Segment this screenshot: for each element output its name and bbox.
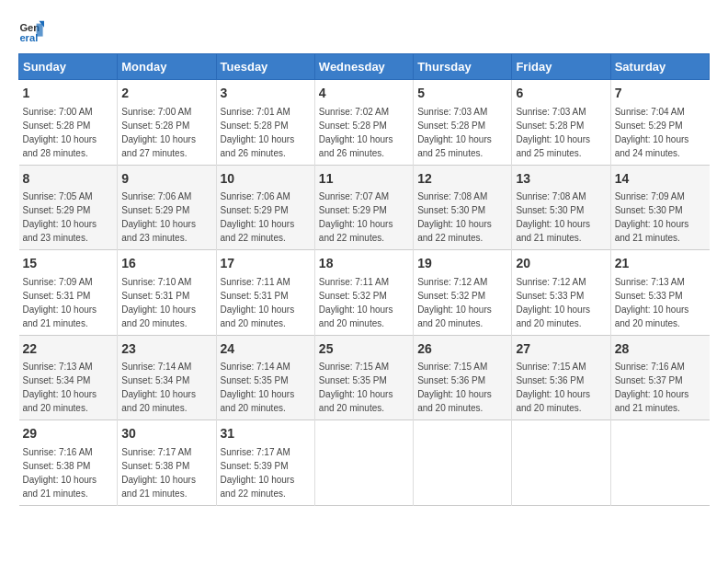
- calendar-cell: 6Sunrise: 7:03 AMSunset: 5:28 PMDaylight…: [512, 80, 610, 166]
- calendar-cell: 2Sunrise: 7:00 AMSunset: 5:28 PMDaylight…: [118, 80, 216, 166]
- day-number: 7: [615, 85, 706, 103]
- svg-text:eral: eral: [19, 32, 38, 43]
- week-row-5: 29Sunrise: 7:16 AMSunset: 5:38 PMDayligh…: [19, 420, 710, 506]
- calendar-cell: 24Sunrise: 7:14 AMSunset: 5:35 PMDayligh…: [216, 335, 314, 420]
- day-info: Sunrise: 7:00 AMSunset: 5:28 PMDaylight:…: [121, 107, 196, 158]
- calendar-cell: 14Sunrise: 7:09 AMSunset: 5:30 PMDayligh…: [610, 165, 709, 250]
- day-info: Sunrise: 7:06 AMSunset: 5:29 PMDaylight:…: [121, 191, 196, 243]
- day-info: Sunrise: 7:13 AMSunset: 5:33 PMDaylight:…: [615, 277, 689, 328]
- day-info: Sunrise: 7:16 AMSunset: 5:37 PMDaylight:…: [615, 362, 689, 413]
- day-info: Sunrise: 7:11 AMSunset: 5:32 PMDaylight:…: [319, 277, 393, 328]
- week-row-2: 8Sunrise: 7:05 AMSunset: 5:29 PMDaylight…: [19, 165, 710, 250]
- day-info: Sunrise: 7:04 AMSunset: 5:29 PMDaylight:…: [615, 107, 689, 158]
- logo: Gen eral: [18, 18, 48, 44]
- calendar-cell: 25Sunrise: 7:15 AMSunset: 5:35 PMDayligh…: [314, 335, 413, 420]
- day-number: 4: [319, 85, 409, 103]
- day-number: 12: [417, 170, 507, 189]
- day-info: Sunrise: 7:02 AMSunset: 5:28 PMDaylight:…: [319, 107, 393, 158]
- day-number: 26: [417, 340, 507, 359]
- day-number: 18: [319, 255, 409, 273]
- day-info: Sunrise: 7:01 AMSunset: 5:28 PMDaylight:…: [221, 107, 295, 158]
- calendar-cell: 9Sunrise: 7:06 AMSunset: 5:29 PMDaylight…: [118, 165, 216, 250]
- day-info: Sunrise: 7:08 AMSunset: 5:30 PMDaylight:…: [516, 191, 590, 243]
- column-header-sunday: Sunday: [19, 54, 118, 80]
- day-number: 23: [121, 340, 211, 359]
- day-number: 5: [417, 85, 507, 103]
- day-number: 19: [417, 255, 507, 273]
- day-info: Sunrise: 7:06 AMSunset: 5:29 PMDaylight:…: [221, 191, 295, 243]
- calendar-cell: 13Sunrise: 7:08 AMSunset: 5:30 PMDayligh…: [512, 165, 610, 250]
- day-number: 15: [23, 255, 114, 273]
- calendar-cell: 31Sunrise: 7:17 AMSunset: 5:39 PMDayligh…: [216, 420, 314, 506]
- calendar-cell: 3Sunrise: 7:01 AMSunset: 5:28 PMDaylight…: [216, 80, 314, 166]
- day-info: Sunrise: 7:15 AMSunset: 5:35 PMDaylight:…: [319, 362, 393, 413]
- day-info: Sunrise: 7:14 AMSunset: 5:34 PMDaylight:…: [121, 362, 196, 413]
- day-number: 28: [615, 340, 706, 359]
- column-header-tuesday: Tuesday: [216, 54, 314, 80]
- column-header-thursday: Thursday: [414, 54, 512, 80]
- svg-marker-2: [37, 24, 43, 37]
- day-number: 17: [221, 255, 311, 273]
- day-number: 1: [23, 85, 114, 103]
- page-header: Gen eral: [18, 18, 710, 44]
- calendar-cell: 16Sunrise: 7:10 AMSunset: 5:31 PMDayligh…: [118, 250, 216, 336]
- calendar-cell: 26Sunrise: 7:15 AMSunset: 5:36 PMDayligh…: [414, 335, 512, 420]
- day-number: 21: [615, 255, 706, 273]
- calendar-cell: 11Sunrise: 7:07 AMSunset: 5:29 PMDayligh…: [314, 165, 413, 250]
- day-number: 31: [221, 425, 311, 443]
- day-number: 8: [23, 170, 114, 189]
- day-info: Sunrise: 7:12 AMSunset: 5:32 PMDaylight:…: [417, 277, 492, 328]
- calendar-cell: 10Sunrise: 7:06 AMSunset: 5:29 PMDayligh…: [216, 165, 314, 250]
- calendar-cell: [512, 420, 610, 506]
- day-number: 22: [23, 340, 114, 359]
- calendar-cell: 7Sunrise: 7:04 AMSunset: 5:29 PMDaylight…: [610, 80, 709, 166]
- day-number: 3: [221, 85, 311, 103]
- day-info: Sunrise: 7:07 AMSunset: 5:29 PMDaylight:…: [319, 191, 393, 243]
- calendar-cell: 22Sunrise: 7:13 AMSunset: 5:34 PMDayligh…: [19, 335, 118, 420]
- day-info: Sunrise: 7:11 AMSunset: 5:31 PMDaylight:…: [221, 277, 295, 328]
- calendar-cell: 30Sunrise: 7:17 AMSunset: 5:38 PMDayligh…: [118, 420, 216, 506]
- calendar-cell: 1Sunrise: 7:00 AMSunset: 5:28 PMDaylight…: [19, 80, 118, 166]
- calendar-cell: 8Sunrise: 7:05 AMSunset: 5:29 PMDaylight…: [19, 165, 118, 250]
- day-number: 9: [121, 170, 211, 189]
- day-number: 25: [319, 340, 409, 359]
- calendar-cell: 18Sunrise: 7:11 AMSunset: 5:32 PMDayligh…: [314, 250, 413, 336]
- calendar-table: SundayMondayTuesdayWednesdayThursdayFrid…: [18, 53, 710, 506]
- day-number: 27: [516, 340, 606, 359]
- day-info: Sunrise: 7:10 AMSunset: 5:31 PMDaylight:…: [121, 277, 196, 328]
- day-info: Sunrise: 7:03 AMSunset: 5:28 PMDaylight:…: [417, 107, 492, 158]
- day-number: 16: [121, 255, 211, 273]
- day-info: Sunrise: 7:17 AMSunset: 5:39 PMDaylight:…: [221, 447, 295, 499]
- day-info: Sunrise: 7:13 AMSunset: 5:34 PMDaylight:…: [23, 362, 97, 413]
- calendar-cell: 27Sunrise: 7:15 AMSunset: 5:36 PMDayligh…: [512, 335, 610, 420]
- calendar-cell: 21Sunrise: 7:13 AMSunset: 5:33 PMDayligh…: [610, 250, 709, 336]
- day-number: 6: [516, 85, 606, 103]
- day-number: 20: [516, 255, 606, 273]
- week-row-3: 15Sunrise: 7:09 AMSunset: 5:31 PMDayligh…: [19, 250, 710, 336]
- day-info: Sunrise: 7:15 AMSunset: 5:36 PMDaylight:…: [516, 362, 590, 413]
- day-number: 11: [319, 170, 409, 189]
- week-row-1: 1Sunrise: 7:00 AMSunset: 5:28 PMDaylight…: [19, 80, 710, 166]
- calendar-cell: 5Sunrise: 7:03 AMSunset: 5:28 PMDaylight…: [414, 80, 512, 166]
- day-number: 29: [23, 425, 114, 443]
- column-header-friday: Friday: [512, 54, 610, 80]
- day-number: 10: [221, 170, 311, 189]
- day-info: Sunrise: 7:03 AMSunset: 5:28 PMDaylight:…: [516, 107, 590, 158]
- column-header-wednesday: Wednesday: [314, 54, 413, 80]
- day-info: Sunrise: 7:05 AMSunset: 5:29 PMDaylight:…: [23, 191, 97, 243]
- day-number: 2: [121, 85, 211, 103]
- week-row-4: 22Sunrise: 7:13 AMSunset: 5:34 PMDayligh…: [19, 335, 710, 420]
- calendar-cell: 29Sunrise: 7:16 AMSunset: 5:38 PMDayligh…: [19, 420, 118, 506]
- day-info: Sunrise: 7:15 AMSunset: 5:36 PMDaylight:…: [417, 362, 492, 413]
- logo-icon: Gen eral: [18, 18, 44, 44]
- day-info: Sunrise: 7:17 AMSunset: 5:38 PMDaylight:…: [121, 447, 196, 499]
- day-number: 13: [516, 170, 606, 189]
- day-number: 30: [121, 425, 211, 443]
- calendar-cell: 19Sunrise: 7:12 AMSunset: 5:32 PMDayligh…: [414, 250, 512, 336]
- calendar-cell: 12Sunrise: 7:08 AMSunset: 5:30 PMDayligh…: [414, 165, 512, 250]
- column-header-saturday: Saturday: [610, 54, 709, 80]
- calendar-cell: 4Sunrise: 7:02 AMSunset: 5:28 PMDaylight…: [314, 80, 413, 166]
- day-info: Sunrise: 7:09 AMSunset: 5:30 PMDaylight:…: [615, 191, 689, 243]
- calendar-cell: [610, 420, 709, 506]
- calendar-cell: 23Sunrise: 7:14 AMSunset: 5:34 PMDayligh…: [118, 335, 216, 420]
